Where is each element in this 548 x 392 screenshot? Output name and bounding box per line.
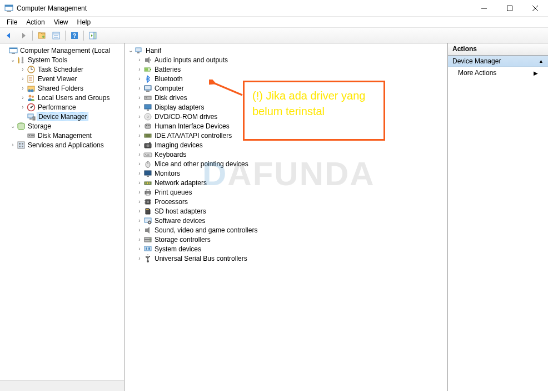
svg-rect-89 — [146, 193, 150, 195]
chevron-right-icon[interactable]: › — [136, 189, 143, 195]
menu-help[interactable]: Help — [73, 17, 96, 27]
device-category-label: Bluetooth — [153, 75, 184, 83]
device-category[interactable]: ›SD host adapters — [124, 206, 447, 216]
chevron-down-icon[interactable]: ⌄ — [9, 57, 17, 63]
actions-more[interactable]: More Actions ▶ — [448, 67, 548, 79]
back-button[interactable] — [2, 29, 16, 42]
chevron-right-icon[interactable]: › — [136, 180, 143, 186]
chevron-right-icon[interactable]: › — [136, 170, 143, 176]
chevron-right-icon[interactable]: › — [136, 255, 143, 261]
menu-action[interactable]: Action — [22, 17, 49, 27]
annotation-text: (!) Jika ada driver yang belum terinstal — [252, 90, 365, 117]
tree-label: System Tools — [27, 56, 68, 64]
chevron-down-icon[interactable]: ⌄ — [9, 123, 17, 129]
device-category[interactable]: ›Imaging devices — [124, 140, 447, 150]
task-scheduler-icon — [27, 65, 36, 74]
device-category[interactable]: ›Sound, video and game controllers — [124, 225, 447, 235]
scroll-left-button[interactable]: ◄ — [0, 381, 10, 391]
chevron-right-icon[interactable]: › — [136, 208, 143, 214]
chevron-right-icon[interactable]: › — [136, 57, 143, 63]
tree-disk-management[interactable]: Disk Management — [0, 131, 124, 140]
svg-rect-58 — [146, 91, 150, 92]
device-category[interactable]: ›Audio inputs and outputs — [124, 55, 447, 64]
tree-shared-folders[interactable]: › Shared Folders — [0, 83, 124, 93]
chevron-right-icon[interactable]: › — [19, 66, 27, 72]
chevron-right-icon[interactable]: › — [136, 123, 143, 129]
device-category[interactable]: ›System devices — [124, 244, 447, 254]
tree-device-manager[interactable]: Device Manager — [0, 112, 124, 121]
device-category[interactable]: ›Software devices — [124, 216, 447, 225]
device-category[interactable]: ›Processors — [124, 197, 447, 206]
tree-label: Disk Management — [37, 132, 93, 140]
disk-management-icon — [27, 131, 36, 140]
svg-rect-45 — [18, 142, 24, 148]
svg-rect-88 — [146, 190, 150, 191]
svg-rect-20 — [18, 59, 19, 63]
tree-local-users[interactable]: › Local Users and Groups — [0, 93, 124, 102]
chevron-right-icon[interactable]: › — [136, 142, 143, 148]
chevron-right-icon[interactable]: › — [19, 76, 27, 82]
tree-event-viewer[interactable]: › Event Viewer — [0, 74, 124, 83]
tree-performance[interactable]: › Performance — [0, 102, 124, 112]
device-category[interactable]: ›Batteries — [124, 64, 447, 74]
forward-button[interactable] — [17, 29, 30, 42]
chevron-right-icon[interactable]: › — [136, 132, 143, 138]
chevron-down-icon[interactable]: ⌄ — [127, 47, 134, 53]
menu-file[interactable]: File — [2, 17, 22, 27]
chevron-right-icon[interactable]: › — [19, 95, 27, 101]
svg-rect-2 — [7, 11, 11, 12]
minimize-button[interactable] — [471, 0, 497, 17]
help-button[interactable]: ? — [68, 29, 81, 42]
tree-label: Performance — [37, 103, 77, 111]
chevron-right-icon[interactable]: › — [136, 236, 143, 242]
device-category[interactable]: ›Mice and other pointing devices — [124, 159, 447, 168]
toolbar-separator — [32, 31, 33, 41]
svg-rect-75 — [145, 154, 146, 155]
device-category[interactable]: ›Network adapters — [124, 178, 447, 187]
svg-rect-44 — [31, 135, 34, 136]
chevron-right-icon[interactable]: › — [136, 227, 143, 233]
chevron-right-icon[interactable]: › — [136, 217, 143, 224]
svg-rect-82 — [147, 176, 149, 177]
tree-label: Services and Applications — [27, 141, 105, 149]
action-pane-button[interactable] — [86, 29, 99, 42]
tree-storage[interactable]: ⌄ Storage — [0, 121, 124, 131]
chevron-right-icon[interactable]: › — [136, 76, 143, 82]
chevron-right-icon[interactable]: › — [136, 113, 143, 120]
maximize-button[interactable] — [497, 0, 522, 17]
chevron-right-icon[interactable]: › — [136, 104, 143, 110]
actions-section-device-manager[interactable]: Device Manager ▲ — [448, 56, 548, 67]
device-category[interactable]: ›Storage controllers — [124, 235, 447, 244]
device-category[interactable]: ›Monitors — [124, 168, 447, 178]
chevron-right-icon[interactable]: › — [19, 85, 27, 91]
tree-services-apps[interactable]: › Services and Applications — [0, 140, 124, 150]
device-root[interactable]: ⌄ Hanif — [124, 46, 447, 55]
scroll-right-button[interactable]: ► — [114, 381, 124, 391]
svg-rect-49 — [22, 146, 23, 147]
chevron-right-icon[interactable]: › — [19, 104, 27, 110]
menu-view[interactable]: View — [49, 17, 73, 27]
chevron-right-icon[interactable]: › — [136, 199, 143, 205]
chevron-right-icon[interactable]: › — [136, 246, 143, 252]
device-category[interactable]: ›Print queues — [124, 187, 447, 197]
device-category[interactable]: ›Keyboards — [124, 150, 447, 159]
close-button[interactable] — [522, 0, 548, 17]
tree-root[interactable]: Computer Management (Local — [0, 46, 124, 55]
chevron-right-icon[interactable]: › — [136, 151, 143, 157]
svg-point-32 — [31, 89, 34, 92]
show-hide-button[interactable] — [35, 29, 48, 42]
properties-button[interactable] — [49, 29, 63, 42]
svg-rect-57 — [145, 86, 151, 90]
chevron-right-icon[interactable]: › — [136, 95, 143, 101]
svg-rect-102 — [145, 229, 147, 232]
tree-system-tools[interactable]: ⌄ System Tools — [0, 55, 124, 64]
chevron-right-icon[interactable]: › — [136, 85, 143, 91]
chevron-right-icon[interactable]: › — [136, 66, 143, 72]
svg-text:?: ? — [73, 33, 76, 39]
chevron-right-icon: ▶ — [534, 70, 538, 76]
chevron-right-icon[interactable]: › — [136, 161, 143, 167]
hid-icon — [143, 122, 152, 131]
device-category[interactable]: ›Universal Serial Bus controllers — [124, 254, 447, 263]
chevron-right-icon[interactable]: › — [9, 142, 17, 148]
tree-task-scheduler[interactable]: › Task Scheduler — [0, 64, 124, 74]
